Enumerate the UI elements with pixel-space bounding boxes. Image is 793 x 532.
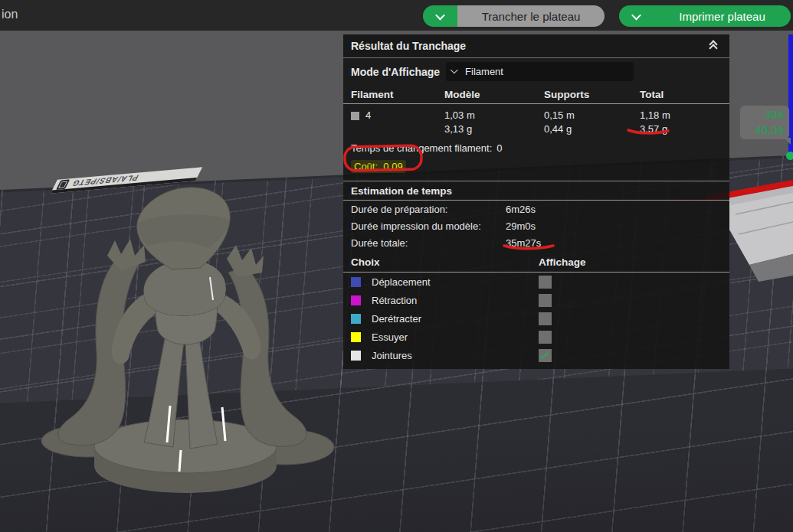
checkbox-deretracter[interactable]: [539, 312, 552, 325]
layer-slider-handle[interactable]: [786, 152, 793, 160]
color-swatch: [351, 295, 361, 305]
checkbox-jointures[interactable]: [539, 349, 552, 362]
display-mode-row: Mode d'Affichage Filament: [343, 58, 729, 85]
slicer-app: PLA/ABS/PETG: [0, 0, 793, 532]
chevron-down-icon: [631, 10, 641, 20]
total-usage-cell: 1,18 m 3,57 g: [640, 109, 722, 136]
checkbox-deplacement[interactable]: [539, 276, 552, 289]
filament-swatch: [351, 112, 359, 120]
collapse-icon[interactable]: [708, 41, 720, 51]
col-supports: Supports: [544, 89, 640, 100]
slice-combo-button: Trancher le plateau: [423, 5, 605, 27]
col-model: Modèle: [444, 89, 544, 100]
option-row-retraction: Rétraction: [343, 291, 729, 309]
slice-result-panel: Résultat du Tranchage Mode d'Affichage F…: [343, 34, 729, 362]
cost-value: Coût: 0,09: [351, 160, 406, 173]
options-header: Choix Affichage: [343, 253, 729, 273]
print-dropdown-button[interactable]: [619, 5, 654, 27]
option-row-essuyer: Essuyer: [343, 328, 729, 346]
color-swatch: [351, 277, 361, 287]
model-usage-cell: 1,03 m 3,13 g: [444, 109, 544, 136]
slice-dropdown-button[interactable]: [423, 5, 457, 27]
top-toolbar: ion Trancher le plateau Imprimer plateau: [0, 0, 793, 31]
panel-title: Résultat du Tranchage: [351, 40, 466, 52]
print-combo-button: Imprimer plateau: [619, 5, 791, 27]
print-plate-button[interactable]: Imprimer plateau: [654, 5, 791, 27]
display-mode-label: Mode d'Affichage: [351, 66, 440, 78]
filament-id-cell: 4: [351, 109, 444, 122]
display-mode-value: Filament: [465, 66, 503, 77]
time-row: Durée de préparation: 6m26s: [343, 201, 729, 217]
layer-height: 40,04: [740, 122, 784, 138]
slice-plate-button[interactable]: Trancher le plateau: [457, 5, 605, 27]
filament-table-row: 4 1,03 m 3,13 g 0,15 m 0,44 g 1,18 m 3,5…: [343, 107, 729, 136]
option-row-deplacement: Déplacement: [343, 273, 729, 291]
color-swatch: [351, 314, 361, 324]
filament-table-header: Filament Modèle Supports Total: [343, 85, 729, 104]
option-row-jointures: Jointures: [343, 346, 729, 364]
layer-tooltip: 394 40,04: [740, 106, 789, 139]
col-total: Total: [640, 89, 722, 100]
checkbox-retraction[interactable]: [539, 294, 552, 307]
time-section-title: Estimation de temps: [343, 181, 729, 201]
checkbox-essuyer[interactable]: [539, 331, 552, 344]
color-swatch: [351, 332, 361, 342]
display-mode-dropdown[interactable]: Filament: [446, 62, 634, 81]
time-row: Durée totale: 35m27s: [343, 234, 729, 251]
option-row-deretracter: Derétracter: [343, 309, 729, 328]
support-usage-cell: 0,15 m 0,44 g: [544, 109, 640, 136]
cost-row: Coût: 0,09: [343, 156, 729, 176]
layer-number: 394: [740, 107, 784, 122]
col-filament: Filament: [351, 89, 444, 100]
color-swatch: [351, 351, 361, 361]
window-title-fragment: ion: [2, 8, 18, 21]
panel-body: Mode d'Affichage Filament Filament Modèl…: [343, 58, 729, 369]
chevron-down-icon: [451, 66, 458, 73]
panel-header: Résultat du Tranchage: [343, 34, 729, 58]
plate-logo-icon: [56, 179, 70, 190]
time-row: Durée impression du modèle: 29m0s: [343, 217, 729, 234]
plate-material-label: PLA/ABS/PETG: [70, 173, 139, 188]
filament-change-row: Temps de changement filament: 0: [343, 139, 729, 156]
chevron-down-icon: [435, 10, 445, 20]
